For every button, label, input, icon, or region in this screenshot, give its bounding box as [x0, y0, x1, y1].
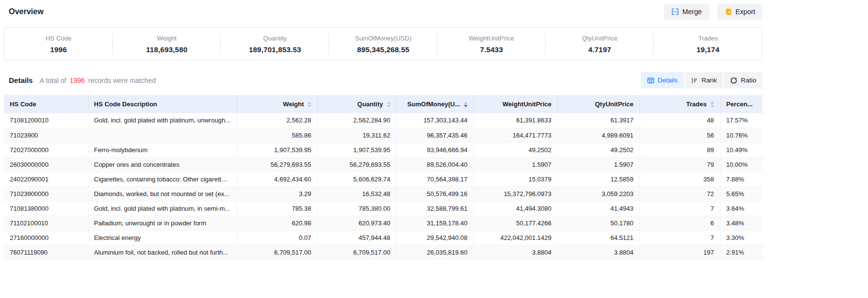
cell-percent: 3.48% [720, 216, 763, 230]
tab-rank[interactable]: Rank [685, 72, 723, 88]
cell-hs-code: 71081200010 [4, 113, 88, 128]
cell-trades: 7 [640, 230, 720, 245]
details-table: HS Code HS Code Description Weight Quant… [4, 95, 763, 260]
table-icon [647, 77, 654, 84]
merge-icon [671, 8, 679, 16]
cell-qty-unit-price: 64.5121 [558, 230, 640, 245]
cell-description: Aluminium foil, not backed, rolled but n… [88, 245, 237, 259]
cell-weight-unit-price: 50,177.4266 [474, 216, 558, 230]
cell-weight: 585.86 [237, 128, 317, 142]
cell-weight: 785.38 [237, 201, 317, 216]
table-row: 76071119090 Aluminium foil, not backed, … [4, 245, 763, 259]
cell-description: Copper ores and concentrates [88, 157, 237, 172]
sort-icon-trades[interactable] [710, 101, 714, 107]
table-row: 24022090001 Cigarettes, containing tobac… [4, 172, 763, 186]
merge-button-label: Merge [682, 8, 702, 16]
stat-label: Quantity [221, 35, 329, 42]
sort-icon-sum-of-money[interactable] [464, 101, 468, 107]
stat-value: 118,693,580 [113, 45, 221, 54]
cell-weight-unit-price: 1.5907 [474, 157, 558, 172]
stat-value: 189,701,853.53 [221, 45, 329, 54]
cell-sum-of-money: 29,542,940.08 [396, 230, 474, 245]
table-row: 26030000000 Copper ores and concentrates… [4, 157, 763, 172]
tab-details[interactable]: Details [641, 72, 684, 88]
column-header-qty-unit-price: QtyUnitPrice [558, 95, 640, 113]
stat-value: 7.5433 [437, 45, 546, 54]
cell-weight: 3.29 [237, 186, 317, 201]
column-header-sum-of-money[interactable]: SumOfMoney(U... [396, 95, 474, 113]
cell-sum-of-money: 89,526,004.40 [396, 157, 474, 172]
stat-value: 19,174 [654, 45, 762, 54]
details-title: Details [9, 76, 33, 84]
column-header-weight[interactable]: Weight [237, 95, 317, 113]
export-button-label: Export [736, 8, 755, 16]
column-header-weight-unit-price: WeightUnitPrice [474, 95, 558, 113]
cell-hs-code: 71081380000 [4, 201, 88, 216]
sort-icon-quantity[interactable] [387, 101, 391, 107]
page-title: Overview [9, 7, 43, 16]
cell-weight: 56,279,693.55 [237, 157, 317, 172]
cell-quantity: 785,380.00 [317, 201, 396, 216]
sort-icon-weight[interactable] [308, 101, 311, 107]
cell-quantity: 19,311.62 [317, 128, 396, 142]
cell-percent: 17.57% [720, 113, 763, 128]
column-header-trades[interactable]: Trades [640, 95, 720, 113]
cell-trades: 72 [640, 186, 720, 201]
cell-quantity: 56,279,693.55 [317, 157, 396, 172]
cell-hs-code: 71023900 [4, 128, 88, 142]
table-header: HS Code HS Code Description Weight Quant… [4, 95, 763, 113]
stat-label: SumOfMoney(USD) [329, 35, 437, 42]
stat-weight-unit-price: WeightUnitPrice 7.5433 [437, 35, 546, 54]
stat-qty-unit-price: QtyUnitPrice 4.7197 [546, 35, 654, 54]
cell-sum-of-money: 93,946,666.94 [396, 142, 474, 157]
cell-hs-code: 76071119090 [4, 245, 88, 259]
tab-rank-label: Rank [702, 77, 717, 84]
tab-ratio[interactable]: Ratio [724, 72, 763, 88]
cell-quantity: 2,562,284.90 [317, 113, 396, 128]
cell-weight: 0.07 [237, 230, 317, 245]
stat-label: Weight [113, 35, 221, 42]
stat-hs-code: HS Code 1996 [4, 35, 113, 54]
column-header-hs-code: HS Code [4, 95, 88, 113]
cell-sum-of-money: 96,357,435.46 [396, 128, 474, 142]
table-row: 71081200010 Gold, incl. gold plated with… [4, 113, 763, 128]
details-bar: Details A total of1996records were match… [4, 72, 763, 88]
overview-stats-card: HS Code 1996 Weight 118,693,580 Quantity… [4, 27, 763, 60]
cell-qty-unit-price: 3.8804 [558, 245, 640, 259]
cell-weight-unit-price: 15,372,796.0973 [474, 186, 558, 201]
cell-weight: 620.98 [237, 216, 317, 230]
table-row: 27160000000 Electrical energy 0.07 457,9… [4, 230, 763, 245]
cell-description [88, 128, 237, 142]
cell-qty-unit-price: 4,989.6091 [558, 128, 640, 142]
cell-weight: 4,692,434.60 [237, 172, 317, 186]
cell-description: Electrical energy [88, 230, 237, 245]
cell-description: Gold, incl. gold plated with platinum, i… [88, 201, 237, 216]
cell-weight-unit-price: 61,391.8633 [474, 113, 558, 128]
cell-percent: 10.00% [720, 157, 763, 172]
export-button[interactable]: Export [717, 4, 763, 20]
cell-sum-of-money: 32,588,799.61 [396, 201, 474, 216]
cell-hs-code: 27160000000 [4, 230, 88, 245]
cell-sum-of-money: 70,564,398.17 [396, 172, 474, 186]
stat-weight: Weight 118,693,580 [113, 35, 221, 54]
cell-description: Diamonds, worked, but not mounted or set… [88, 186, 237, 201]
stat-value: 1996 [4, 45, 113, 54]
cell-weight-unit-price: 422,042,001.1429 [474, 230, 558, 245]
merge-button[interactable]: Merge [664, 4, 709, 20]
cell-percent: 10.49% [720, 142, 763, 157]
cell-qty-unit-price: 50.1780 [558, 216, 640, 230]
column-header-quantity[interactable]: Quantity [317, 95, 396, 113]
cell-percent: 5.65% [720, 186, 763, 201]
matched-count: 1996 [70, 77, 85, 84]
cell-trades: 358 [640, 172, 720, 186]
summary-suffix: records were matched [88, 77, 156, 84]
cell-weight-unit-price: 164,471.7773 [474, 128, 558, 142]
column-header-percent: Percen... [720, 95, 763, 113]
cell-weight-unit-price: 3.8804 [474, 245, 558, 259]
cell-quantity: 457,944.48 [317, 230, 396, 245]
cell-hs-code: 71023900000 [4, 186, 88, 201]
cell-qty-unit-price: 61.3917 [558, 113, 640, 128]
cell-weight-unit-price: 49.2502 [474, 142, 558, 157]
stat-label: WeightUnitPrice [437, 35, 546, 42]
cell-trades: 79 [640, 157, 720, 172]
